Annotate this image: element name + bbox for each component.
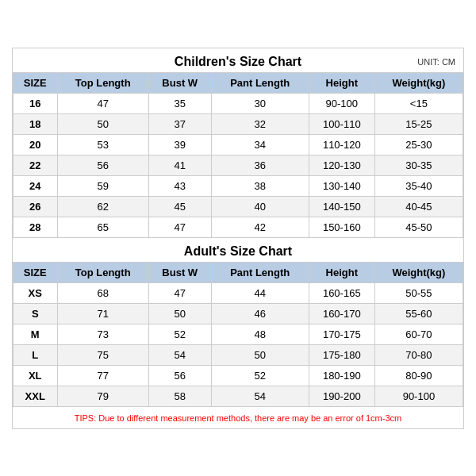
size-chart-container: Children's Size Chart UNIT: CM SIZE Top … [12,48,464,429]
table-row: 24594338130-14035-40 [13,175,463,196]
children-table-header-row: SIZE Top Length Bust W Pant Length Heigh… [13,72,463,93]
table-row: 18503732100-11015-25 [13,113,463,134]
tips-text: TIPS: Due to different measurement metho… [75,413,401,423]
children-size-table: SIZE Top Length Bust W Pant Length Heigh… [13,72,463,238]
table-row: 1647353090-100<15 [13,93,463,113]
table-row: M735248170-17560-70 [13,324,463,344]
adults-chart-title: Adult's Size Chart [184,244,292,258]
adults-chart-title-row: Adult's Size Chart [13,238,463,262]
table-row: 26624540140-15040-45 [13,196,463,217]
adults-col-pant-length: Pant Length [211,262,309,282]
children-chart-title: Children's Size Chart [175,55,301,69]
table-row: XXL795854190-20090-100 [13,386,463,406]
table-row: 22564136120-13030-35 [13,155,463,175]
table-row: S715046160-17055-60 [13,303,463,324]
adults-col-size: SIZE [13,262,58,282]
children-col-top-length: Top Length [57,72,148,93]
table-row: XL775652180-19080-90 [13,365,463,386]
adults-col-weight: Weight(kg) [374,262,463,282]
children-col-size: SIZE [13,72,58,93]
adults-table-header-row: SIZE Top Length Bust W Pant Length Heigh… [13,262,463,282]
children-col-weight: Weight(kg) [374,72,463,93]
children-col-pant-length: Pant Length [211,72,309,93]
adults-col-height: Height [309,262,374,282]
table-row: L755450175-18070-80 [13,344,463,365]
children-col-height: Height [309,72,374,93]
adults-col-bust-w: Bust W [148,262,211,282]
adults-col-top-length: Top Length [57,262,148,282]
tips-row: TIPS: Due to different measurement metho… [13,407,463,428]
table-row: XS684744160-16550-55 [13,282,463,303]
adults-size-table: SIZE Top Length Bust W Pant Length Heigh… [13,262,463,407]
unit-label: UNIT: CM [417,57,455,67]
children-col-bust-w: Bust W [148,72,211,93]
table-row: 20533934110-12025-30 [13,134,463,155]
children-chart-title-row: Children's Size Chart UNIT: CM [13,48,463,72]
table-row: 28654742150-16045-50 [13,217,463,237]
